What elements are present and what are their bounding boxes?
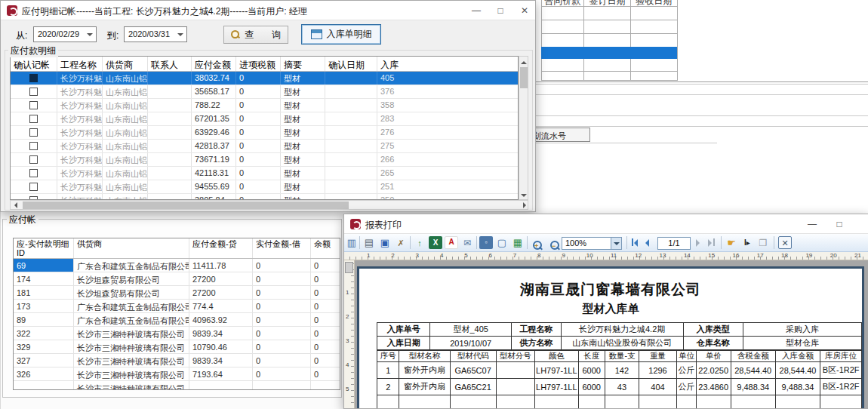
payables-row[interactable]: 327长沙市三湘特种玻璃有限公司9839.3400 xyxy=(14,354,340,367)
query-button[interactable]: 查 询 xyxy=(223,26,288,44)
scroll-left-icon[interactable] xyxy=(11,202,17,208)
first-page-icon[interactable] xyxy=(632,238,633,246)
zoom-in-icon[interactable]: + xyxy=(530,238,531,249)
scroll-right-icon[interactable] xyxy=(523,202,529,208)
vertical-scrollbar[interactable] xyxy=(519,56,528,200)
mail-icon[interactable]: ✉ xyxy=(460,236,474,249)
ruler-marker[interactable] xyxy=(345,262,353,273)
column-header[interactable]: 摘要 xyxy=(281,57,325,71)
confirm-checkbox[interactable] xyxy=(29,74,38,82)
bg-selected-row[interactable] xyxy=(541,47,677,59)
titlebar[interactable]: 报表打印 — □ ✕ xyxy=(344,214,868,234)
print-preview-area[interactable]: 湖南亘晟门窗幕墙有限公司 型材入库单 入库单号型材_405工程名称长沙万科魅力之… xyxy=(355,260,868,408)
column-header[interactable]: 余额 xyxy=(311,238,340,258)
text-select-icon[interactable]: I▸ xyxy=(740,236,754,249)
document-icon[interactable]: ▥ xyxy=(345,236,359,249)
column-header[interactable]: 入库 xyxy=(377,57,518,71)
payable-row[interactable]: 长沙万科魅力...山东南山铝业...38032.740型材405 xyxy=(11,72,518,85)
confirm-checkbox[interactable] xyxy=(29,169,38,177)
payable-row[interactable]: 长沙万科魅力...山东南山铝业...35658.170型材376 xyxy=(11,85,518,99)
payable-row[interactable]: 长沙万科魅力...山东南山铝业...94555.690型材251 xyxy=(11,180,518,194)
zoom-out-icon[interactable]: − xyxy=(547,238,549,249)
info-value: 山东南山铝业股份有限公司 xyxy=(561,337,683,350)
cell-id xyxy=(14,381,74,390)
payables-row[interactable]: 173广东合和建筑五金制品有限公司774.400 xyxy=(14,300,340,313)
from-date-combo[interactable]: 2020/02/29 xyxy=(33,26,97,42)
next-page-icon[interactable] xyxy=(696,239,700,247)
export-icon[interactable]: ↑ xyxy=(413,236,426,249)
payables-row[interactable]: 181长沙坦森贸易有限公司2720000 xyxy=(14,286,340,300)
column-header[interactable]: 实付金额-借 xyxy=(253,238,311,258)
column-header[interactable]: 进项税额 xyxy=(236,57,281,71)
payables-row[interactable]: 174长沙坦森贸易有限公司2720000 xyxy=(14,272,340,286)
cell: 长沙万科魅力... xyxy=(57,167,103,180)
column-header[interactable]: 应-实付款明细ID xyxy=(14,238,74,258)
pan-hand-icon[interactable]: ☛ xyxy=(725,236,738,249)
ruler-number: 4 xyxy=(346,361,349,368)
page-setup-icon[interactable]: ▢ xyxy=(495,236,509,249)
page-number-field[interactable]: 1/1 xyxy=(657,237,691,250)
confirm-checkbox[interactable] xyxy=(29,101,38,109)
cell: 山东南山铝业... xyxy=(103,140,148,152)
maximize-button[interactable]: □ xyxy=(488,1,512,20)
scroll-down-icon[interactable] xyxy=(521,194,527,200)
close-preview-icon[interactable]: ✕ xyxy=(778,236,792,249)
horizontal-scrollbar[interactable] xyxy=(10,200,528,210)
column-header[interactable]: 应付金额-贷 xyxy=(189,238,253,258)
settings-icon[interactable]: ✗ xyxy=(394,236,408,249)
payable-row[interactable]: 长沙万科魅力...山东南山铝业...42818.370型材275 xyxy=(11,140,518,153)
confirm-checkbox[interactable] xyxy=(29,142,38,150)
column-header[interactable]: 确认记帐 xyxy=(11,57,57,71)
confirm-checkbox[interactable] xyxy=(29,115,38,123)
last-page-icon[interactable] xyxy=(713,238,715,246)
payable-row[interactable]: 长沙万科魅力...山东南山铝业...67201.350型材283 xyxy=(11,112,518,126)
confirm-checkbox[interactable] xyxy=(29,155,38,164)
close-button[interactable]: ✕ xyxy=(861,214,868,234)
minimize-button[interactable]: — xyxy=(800,214,824,234)
payable-row[interactable]: 长沙万科魅力...山东南山铝业...42118.310型材265 xyxy=(11,167,518,180)
confirm-checkbox[interactable] xyxy=(29,183,38,191)
confirm-checkbox[interactable] xyxy=(29,88,38,96)
payable-row[interactable]: 长沙万科魅力...山东南山铝业...63929.460型材276 xyxy=(11,126,518,140)
save-icon[interactable]: ▫ xyxy=(479,236,493,249)
previous-page-icon[interactable] xyxy=(645,239,649,247)
cell-supplier: 长沙坦森贸易有限公司 xyxy=(74,272,189,285)
pdf-export-icon[interactable]: A xyxy=(445,236,458,249)
close-button[interactable]: ✕ xyxy=(512,1,537,20)
column-header[interactable]: 联系人 xyxy=(148,57,192,71)
confirm-checkbox[interactable] xyxy=(29,128,38,137)
bg-line xyxy=(528,94,868,95)
to-date-combo[interactable]: 2020/03/31 xyxy=(124,26,187,42)
scrollbar-thumb[interactable] xyxy=(520,67,528,88)
column-header[interactable]: 供货商 xyxy=(103,57,148,71)
scrollbar-thumb[interactable] xyxy=(23,201,349,209)
last-page-icon[interactable] xyxy=(708,239,712,247)
zoom-level-combo[interactable]: 100% xyxy=(562,237,622,250)
payables-row[interactable]: 326长沙市三湘特种玻璃有限公司7193.6400 xyxy=(14,367,340,381)
book-icon[interactable]: ▣ xyxy=(378,236,392,249)
copy-icon[interactable]: ❐ xyxy=(756,236,770,249)
detail-cell: 43 xyxy=(605,379,639,395)
payables-row[interactable]: 322长沙市三湘特种玻璃有限公司9839.3400 xyxy=(14,327,340,340)
info-row: 入库日期2019/10/07供方名称山东南山铝业股份有限公司仓库名称型材仓库 xyxy=(377,337,862,350)
print-icon[interactable]: ▤ xyxy=(362,236,376,249)
column-header[interactable]: 供货商 xyxy=(74,238,189,258)
excel-export-icon[interactable]: X xyxy=(429,236,442,249)
payables-row[interactable]: 长沙市三湘特种玻璃有限公司 xyxy=(14,381,340,390)
column-header[interactable]: 确认日期 xyxy=(325,57,377,71)
payables-row[interactable]: 329长沙市三湘特种玻璃有限公司10790.4600 xyxy=(14,340,340,354)
titlebar[interactable]: 应付明细记帐------当前工程: 长沙万科魅力之城4.2期------当前用户… xyxy=(1,1,535,20)
minimize-button[interactable]: — xyxy=(464,1,488,20)
first-page-icon[interactable] xyxy=(634,239,638,247)
payables-row[interactable]: 69广东合和建筑五金制品有限公司11411.7800 xyxy=(14,259,340,272)
column-header[interactable]: 应付金额 xyxy=(192,57,236,71)
payables-row[interactable]: 89广东合和建筑五金制品有限公司40963.9200 xyxy=(14,313,340,327)
payable-row[interactable]: 长沙万科魅力...山东南山铝业...3805.840型材250 xyxy=(11,194,518,200)
grid-icon[interactable]: ▦ xyxy=(511,236,525,249)
payable-row[interactable]: 长沙万科魅力...山东南山铝业...788.220型材358 xyxy=(11,99,518,112)
column-header[interactable]: 工程名称 xyxy=(57,57,103,71)
maximize-button[interactable]: □ xyxy=(827,214,851,234)
inbound-detail-button[interactable]: 入库单明细 xyxy=(301,24,381,45)
scroll-up-icon[interactable] xyxy=(521,58,527,64)
payable-row[interactable]: 长沙万科魅力...山东南山铝业...73671.190型材266 xyxy=(11,153,518,167)
